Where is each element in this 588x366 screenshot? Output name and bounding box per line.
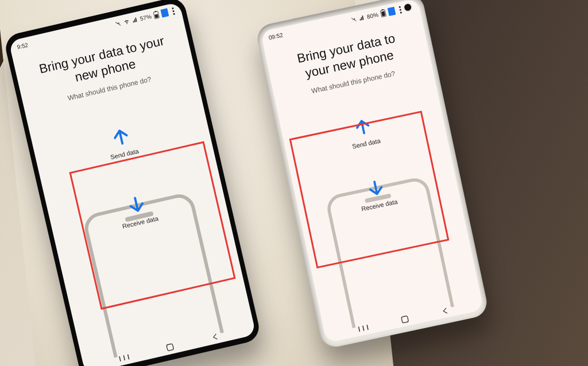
svg-rect-2 <box>154 14 158 18</box>
sim-icon <box>160 8 169 17</box>
send-data-button[interactable]: Send data <box>282 99 446 163</box>
battery-text: 57% <box>140 13 152 22</box>
arrow-up-icon <box>349 113 376 140</box>
mute-icon <box>115 20 122 27</box>
more-menu-icon[interactable] <box>399 6 402 13</box>
arrow-down-icon <box>362 175 389 202</box>
wifi-icon <box>123 18 131 25</box>
battery-text: 80% <box>366 11 379 20</box>
mute-icon <box>351 16 358 23</box>
status-time: 9:52 <box>16 41 28 50</box>
sim-icon <box>388 7 396 16</box>
arrow-down-icon <box>122 190 150 219</box>
send-data-button[interactable]: Send data <box>33 106 211 177</box>
signal-icon <box>358 14 365 21</box>
svg-rect-11 <box>381 11 385 16</box>
battery-icon <box>380 9 387 18</box>
photo-scene: 9:52 57% <box>0 0 588 366</box>
battery-icon <box>153 10 160 20</box>
signal-icon <box>131 16 138 23</box>
arrow-up-icon <box>106 122 135 151</box>
more-menu-icon[interactable] <box>172 7 175 14</box>
status-time: 09:52 <box>268 32 284 41</box>
